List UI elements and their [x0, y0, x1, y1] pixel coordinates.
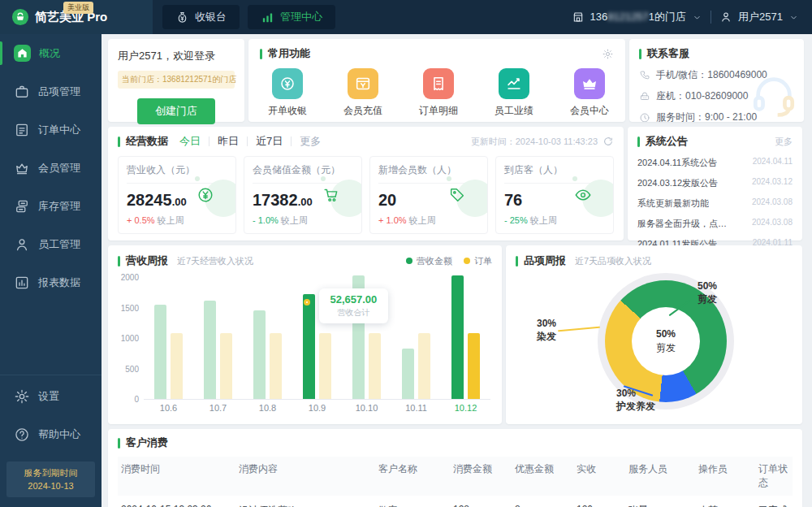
sidebar-item-staff[interactable]: 员工管理: [0, 225, 102, 263]
refresh-icon[interactable]: [603, 136, 614, 147]
announcements-more-link[interactable]: 更多: [775, 136, 793, 148]
x-axis-label: 10.7: [193, 403, 243, 413]
sidebar-item-reports[interactable]: 报表数据: [0, 263, 102, 301]
table-cell: 128: [450, 496, 512, 507]
tag-icon: [448, 186, 466, 204]
landline-icon: [639, 91, 650, 102]
bar: [319, 333, 331, 399]
business-tab-更多[interactable]: 更多: [300, 134, 321, 149]
announcement-item[interactable]: 系统更新最新功能2024.03.08: [637, 197, 793, 210]
main-content: 用户2571，欢迎登录 当前门店：13681212571的门店 创建门店 常用功…: [102, 34, 812, 507]
support-card: 联系客服 手机/微信：18600469000座机：010-82609000服务时…: [629, 39, 804, 122]
tooltip-marker: [304, 299, 310, 306]
table-cell: 8: [512, 496, 573, 507]
announcement-item[interactable]: 服务器全面升级，点击...2024.03.08: [637, 218, 793, 230]
stat-delta: + 1.0% 较上周: [378, 214, 479, 227]
app-logo: 简艺美业 Pro 美业版: [0, 0, 153, 34]
table-header-cell: 订单状态: [755, 457, 793, 496]
stat-card-stored-value: 会员储值金额（元）17382.00- 1.0% 较上周: [244, 156, 362, 234]
table-header-row: 消费时间消费内容客户名称消费金额优惠金额实收服务人员操作员订单状态: [118, 457, 793, 496]
table-header-cell: 客户名称: [375, 457, 450, 496]
person-icon: [14, 236, 30, 253]
sidebar-item-members[interactable]: 会员管理: [0, 149, 102, 187]
legend-item[interactable]: 营收金额: [406, 255, 452, 267]
eye-icon: [574, 186, 592, 204]
trendbars-icon: [261, 11, 274, 24]
quick-action-member-center[interactable]: 会员中心: [565, 68, 614, 118]
business-tab-昨日[interactable]: 昨日: [218, 134, 239, 149]
legend-item[interactable]: 订单: [464, 255, 492, 267]
crown-icon: [14, 160, 30, 176]
x-axis-label: 10.9: [292, 403, 342, 413]
performance-icon: [499, 68, 529, 99]
bar: [418, 333, 430, 399]
bar: [468, 333, 480, 399]
table-row: 2024-10-15 13:23:26设计师洗剪吹散客1288120张景小慧已完…: [118, 496, 793, 507]
stat-delta: - 1.0% 较上周: [253, 214, 353, 227]
bar-group-10.9: 52,657.00营收合计: [292, 278, 342, 399]
home-icon: [14, 45, 31, 62]
store-selector[interactable]: 13681212571的门店: [572, 10, 703, 24]
x-axis-label: 10.6: [144, 403, 193, 413]
clock-icon: [639, 112, 650, 123]
receipt-icon: [423, 68, 454, 99]
table-cell: 张景: [625, 496, 695, 507]
quick-action-order-detail[interactable]: 订单明细: [414, 68, 463, 118]
table-cell: 小慧: [695, 496, 755, 507]
topbar: 简艺美业 Pro 美业版 收银台管理中心 13681212571的门店 用户25…: [0, 0, 812, 34]
edition-badge: 美业版: [63, 2, 93, 14]
sidebar-item-help[interactable]: 帮助中心: [0, 415, 102, 453]
bar-group-10.8: [243, 278, 292, 399]
table-header-cell: 消费时间: [118, 457, 235, 496]
announcement-item[interactable]: 2024.03.12发版公告2024.03.12: [637, 177, 793, 189]
x-axis-label: 10.8: [243, 403, 292, 413]
bar: [303, 294, 315, 399]
top-tab-admin[interactable]: 管理中心: [248, 5, 335, 29]
divider: [710, 11, 711, 24]
announcements-title: 系统公告: [637, 134, 688, 149]
bar: [253, 310, 266, 399]
table-cell: 2024-10-15 13:23:26: [118, 496, 235, 507]
bar: [402, 349, 414, 399]
business-tab-近7日[interactable]: 近7日: [256, 134, 283, 149]
user-menu[interactable]: 用户2571: [719, 10, 799, 24]
report-icon: [14, 275, 30, 291]
table-header-cell: 消费内容: [235, 457, 375, 496]
sidebar-item-settings[interactable]: 设置: [0, 377, 102, 415]
recharge-icon: [348, 68, 378, 99]
bar: [270, 333, 282, 399]
donut-label-染发: 30%染发: [520, 317, 556, 343]
top-tab-cashier[interactable]: 收银台: [162, 5, 240, 29]
quick-action-recharge[interactable]: 会员充值: [339, 68, 387, 118]
welcome-card: 用户2571，欢迎登录 当前门店：13681212571的门店 创建门店: [108, 39, 244, 122]
table-header-cell: 实收: [573, 457, 625, 496]
sidebar-item-inventory[interactable]: 库存管理: [0, 187, 102, 225]
create-store-button[interactable]: 创建门店: [137, 98, 215, 124]
quick-action-performance[interactable]: 员工业绩: [490, 68, 538, 118]
app-logo-icon: [11, 8, 29, 26]
announcements-card: 系统公告 更多 2024.04.11系统公告2024.04.112024.03.…: [628, 127, 802, 240]
items-weekly-card: 品项周报近7天品项收入状况 50%剪发50%剪发30%护发养发30%染发: [506, 245, 802, 424]
quick-actions-card: 常用功能 开单收银会员充值订单明细员工业绩会员中心: [248, 39, 625, 122]
bar-group-10.12: [441, 278, 490, 399]
business-data-title: 经营数据: [118, 134, 168, 149]
bar: [171, 333, 183, 399]
gear-icon[interactable]: [602, 48, 614, 60]
masked-digits: 8121257: [607, 11, 649, 23]
bar: [220, 333, 232, 399]
bar-group-10.11: [391, 278, 441, 399]
sidebar-item-items[interactable]: 品项管理: [0, 72, 102, 110]
x-axis-label: 10.12: [441, 403, 490, 413]
bar: [369, 333, 381, 399]
business-tab-今日[interactable]: 今日: [179, 134, 201, 149]
announcement-item[interactable]: 2024.04.11系统公告2024.04.11: [637, 157, 793, 169]
headset-icon: [749, 70, 799, 120]
store-icon: [572, 11, 585, 24]
sidebar-item-overview[interactable]: 概况: [0, 34, 102, 72]
sidebar-item-orders[interactable]: 订单中心: [0, 110, 102, 149]
order-icon: [14, 122, 30, 138]
donut-label-剪发: 50%剪发: [698, 280, 717, 306]
stat-delta: - 25% 较上周: [504, 214, 605, 227]
quick-action-checkout[interactable]: 开单收银: [263, 68, 312, 118]
service-expiry-badge: 服务到期时间 2024-10-13: [6, 462, 95, 497]
